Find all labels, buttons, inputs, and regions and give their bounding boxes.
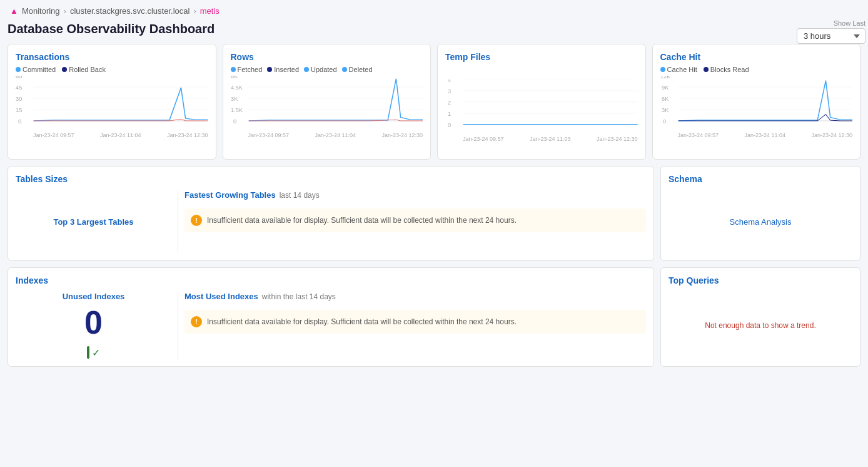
breadcrumb-cluster[interactable]: cluster.stackgres.svc.cluster.local xyxy=(70,6,189,16)
svg-text:6K: 6K xyxy=(662,96,669,102)
transactions-chart: 60 45 30 15 0 Jan-23-24 09:57 Jan-23-24 … xyxy=(16,76,208,148)
unused-label: Unused Indexes xyxy=(63,292,125,301)
svg-text:4: 4 xyxy=(448,80,451,83)
indexes-title: Indexes xyxy=(16,275,646,285)
breadcrumb-current: metis xyxy=(200,6,220,16)
breadcrumb-sep1: › xyxy=(64,6,66,16)
schema-analysis-link[interactable]: Schema Analysis xyxy=(730,217,792,227)
svg-text:1.5K: 1.5K xyxy=(231,107,243,113)
temp-files-chart: 4 3 2 1 0 Jan-23-24 09:57 Jan-23-24 11:0… xyxy=(445,80,638,151)
transactions-legend: Committed Rolled Back xyxy=(16,66,208,73)
page-title: Database Observability Dashboard xyxy=(8,19,860,44)
rows-chart: 6K 4.5K 3K 1.5K 0 Jan-23-24 09:57 Jan-23… xyxy=(231,76,423,148)
show-last-container: Show Last 3 hours 1 hour 6 hours 12 hour… xyxy=(797,19,865,44)
transactions-x-labels: Jan-23-24 09:57 Jan-23-24 11:04 Jan-23-2… xyxy=(16,132,208,138)
unused-section: Unused Indexes 0 ✓ xyxy=(16,292,178,359)
svg-text:60: 60 xyxy=(16,76,22,80)
fastest-header: Fastest Growing Tables last 14 days xyxy=(184,190,646,200)
legend-rolledback: Rolled Back xyxy=(62,66,106,73)
temp-files-card: Temp Files 4 3 2 1 0 J xyxy=(437,44,646,160)
show-last-label: Show Last xyxy=(834,19,865,27)
tables-warn-icon: ! xyxy=(191,215,202,226)
indexes-inner: Unused Indexes 0 ✓ Most Used Indexes wit… xyxy=(16,292,646,359)
indexes-insufficient-notice: ! Insufficient data available for displa… xyxy=(184,310,646,334)
breadcrumb: ▲ Monitoring › cluster.stackgres.svc.clu… xyxy=(0,0,868,19)
trend-indicator: ✓ xyxy=(87,346,100,359)
svg-text:9K: 9K xyxy=(662,85,669,91)
tables-sizes-inner: Top 3 Largest Tables Fastest Growing Tab… xyxy=(16,190,646,253)
most-used-header: Most Used Indexes within the last 14 day… xyxy=(184,292,646,301)
indexes-card: Indexes Unused Indexes 0 ✓ Most Used Ind… xyxy=(8,267,654,367)
rows-card: Rows Fetched Inserted Updated Deleted 6K… xyxy=(223,44,431,160)
svg-text:3K: 3K xyxy=(231,96,238,102)
trend-bar xyxy=(87,346,89,359)
indexes-insufficient-text: Insufficient data available for display.… xyxy=(207,316,517,327)
top-queries-title: Top Queries xyxy=(669,275,852,285)
cache-hit-card: Cache Hit Cache Hit Blocks Read 12K 9K 6… xyxy=(652,44,861,160)
svg-text:12K: 12K xyxy=(660,76,670,80)
svg-text:6K: 6K xyxy=(231,76,238,80)
cache-hit-chart: 12K 9K 6K 3K 0 Jan-23-24 09:57 Jan-23-24… xyxy=(660,76,853,148)
temp-files-svg: 4 3 2 1 0 xyxy=(445,80,638,136)
svg-text:1: 1 xyxy=(448,111,451,117)
svg-text:30: 30 xyxy=(16,96,22,102)
tables-insufficient-notice: ! Insufficient data available for displa… xyxy=(184,208,646,232)
fastest-title: Fastest Growing Tables xyxy=(184,190,276,200)
schema-inner: Schema Analysis xyxy=(669,190,852,253)
breadcrumb-sep2: › xyxy=(193,6,196,16)
top3-label: Top 3 Largest Tables xyxy=(53,217,133,227)
cache-hit-x-labels: Jan-23-24 09:57 Jan-23-24 11:04 Jan-23-2… xyxy=(660,132,853,138)
top-queries-card: Top Queries Not enough data to show a tr… xyxy=(660,267,860,367)
transactions-card: Transactions Committed Rolled Back xyxy=(8,44,216,160)
transactions-title: Transactions xyxy=(16,52,208,62)
no-trend-text: Not enough data to show a trend. xyxy=(705,321,815,330)
temp-files-x-labels: Jan-23-24 09:57 Jan-23-24 11:03 Jan-23-2… xyxy=(445,136,638,142)
top-queries-inner: Not enough data to show a trend. xyxy=(669,292,852,359)
tables-sizes-title: Tables Sizes xyxy=(16,174,646,184)
top-charts-row: Transactions Committed Rolled Back xyxy=(8,44,860,160)
monitor-icon: ▲ xyxy=(10,6,18,16)
cache-hit-title: Cache Hit xyxy=(660,52,853,62)
most-used-period: within the last 14 days xyxy=(262,292,336,301)
legend-blocks-read: Blocks Read xyxy=(704,66,749,73)
fastest-section: Fastest Growing Tables last 14 days ! In… xyxy=(184,190,646,253)
svg-text:0: 0 xyxy=(448,122,451,128)
svg-text:2: 2 xyxy=(448,100,451,106)
legend-updated: Updated xyxy=(304,66,337,73)
transactions-svg: 60 45 30 15 0 xyxy=(16,76,208,132)
svg-text:45: 45 xyxy=(16,85,22,91)
top3-section: Top 3 Largest Tables xyxy=(16,190,178,253)
temp-files-title: Temp Files xyxy=(445,52,638,62)
svg-text:4.5K: 4.5K xyxy=(231,85,243,91)
most-used-title: Most Used Indexes xyxy=(184,292,258,301)
fastest-period: last 14 days xyxy=(280,191,320,200)
tables-sizes-card: Tables Sizes Top 3 Largest Tables Fastes… xyxy=(8,166,654,261)
legend-deleted: Deleted xyxy=(342,66,373,73)
indexes-warn-icon: ! xyxy=(191,316,202,327)
cache-hit-legend: Cache Hit Blocks Read xyxy=(660,66,853,73)
rows-svg: 6K 4.5K 3K 1.5K 0 xyxy=(231,76,423,132)
middle-row: Tables Sizes Top 3 Largest Tables Fastes… xyxy=(8,166,860,261)
breadcrumb-monitoring[interactable]: Monitoring xyxy=(22,6,60,16)
schema-title: Schema xyxy=(669,174,852,184)
most-used-section: Most Used Indexes within the last 14 day… xyxy=(184,292,646,359)
rows-legend: Fetched Inserted Updated Deleted xyxy=(231,66,423,73)
unused-count: 0 xyxy=(84,304,103,341)
bottom-row: Indexes Unused Indexes 0 ✓ Most Used Ind… xyxy=(8,267,860,367)
legend-committed: Committed xyxy=(16,66,56,73)
tables-insufficient-text: Insufficient data available for display.… xyxy=(207,215,517,226)
rows-title: Rows xyxy=(231,52,423,62)
legend-inserted: Inserted xyxy=(267,66,299,73)
svg-text:0: 0 xyxy=(18,118,21,125)
schema-card: Schema Schema Analysis xyxy=(660,166,860,261)
svg-text:0: 0 xyxy=(663,118,666,125)
svg-text:0: 0 xyxy=(233,118,236,125)
legend-cache-hit: Cache Hit xyxy=(660,66,697,73)
cache-hit-svg: 12K 9K 6K 3K 0 xyxy=(660,76,853,132)
svg-text:3: 3 xyxy=(448,88,451,95)
show-last-select[interactable]: 3 hours 1 hour 6 hours 12 hours 24 hours xyxy=(797,28,865,44)
temp-files-legend xyxy=(445,66,638,77)
legend-fetched: Fetched xyxy=(231,66,263,73)
rows-x-labels: Jan-23-24 09:57 Jan-23-24 11:04 Jan-23-2… xyxy=(231,132,423,138)
svg-text:15: 15 xyxy=(16,107,22,113)
